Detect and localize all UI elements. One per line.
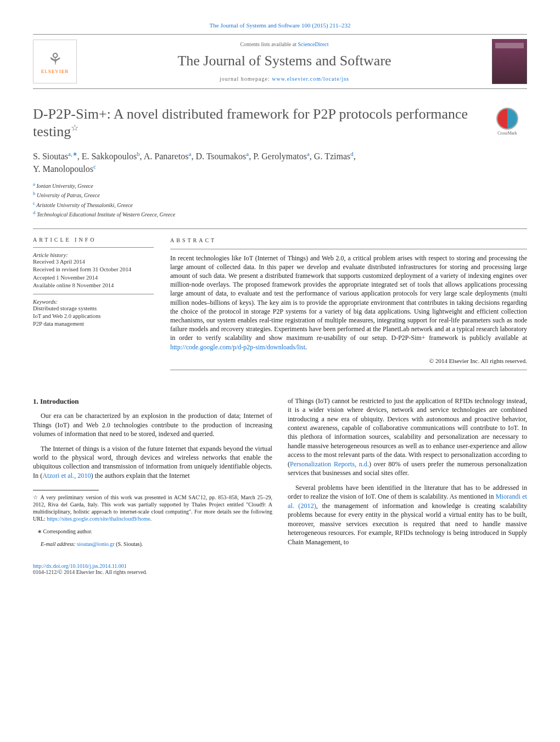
title-footnote-marker: ☆ [71, 123, 79, 132]
section-heading-intro: 1. Introduction [33, 397, 272, 406]
elsevier-logo: ⚘ ELSEVIER [33, 40, 77, 83]
email-link[interactable]: sioutas@ionio.gr [77, 541, 114, 547]
journal-homepage: journal homepage: www.elsevier.com/locat… [88, 76, 481, 82]
journal-cover-thumbnail [492, 39, 527, 84]
intro-paragraph-2: The Internet of things is a vision of th… [33, 444, 272, 481]
thales-url-link[interactable]: https://sites.google.com/site/thalisclou… [47, 516, 150, 522]
doi-link[interactable]: http://dx.doi.org/10.1016/j.jss.2014.11.… [33, 563, 127, 569]
contents-available: Contents lists available at ScienceDirec… [88, 41, 481, 47]
sciencedirect-link[interactable]: ScienceDirect [298, 41, 328, 47]
intro-paragraph-3: Several problems have been identified in… [288, 483, 527, 546]
intro-paragraph-1: Our era can be characterized by an explo… [33, 411, 272, 438]
masthead: ⚘ ELSEVIER Contents lists available at S… [33, 34, 527, 89]
tree-icon: ⚘ [48, 49, 63, 69]
article-body: 1. Introduction Our era can be character… [33, 397, 527, 554]
doi-block: http://dx.doi.org/10.1016/j.jss.2014.11.… [33, 563, 527, 575]
abstract-text: In recent technologies like IoT (Interne… [170, 254, 527, 352]
abstract-download-link[interactable]: http://code.google.com/p/d-p2p-sim/downl… [170, 343, 305, 351]
crossmark-icon [496, 108, 518, 130]
citation-link[interactable]: Personalization Reports, n.d. [290, 460, 369, 468]
article-info: ARTICLE INFO Article history: Received 3… [33, 237, 154, 374]
abstract: ABSTRACT In recent technologies like IoT… [170, 237, 527, 374]
star-footnote-marker: ☆ [33, 494, 38, 500]
abstract-copyright: © 2014 Elsevier Inc. All rights reserved… [170, 357, 527, 365]
affiliations: a Ionian University, Greece b University… [33, 181, 527, 219]
journal-title: The Journal of Systems and Software [88, 53, 481, 69]
homepage-link[interactable]: www.elsevier.com/locate/jss [272, 76, 349, 82]
journal-citation: The Journal of Systems and Software 100 … [33, 22, 527, 29]
intro-paragraph-2-cont: of Things (IoT) cannot be restricted to … [288, 397, 527, 478]
article-title: D-P2P-Sim+: A novel distributed framewor… [33, 105, 527, 140]
author-list: S. Sioutasa,∗, E. Sakkopoulosb, A. Panar… [33, 150, 527, 175]
citation-link[interactable]: Atzori et al., 2010 [42, 472, 91, 479]
footnotes: ☆ A very preliminary version of this wor… [33, 494, 272, 548]
crossmark-badge[interactable]: CrossMark [488, 108, 527, 136]
